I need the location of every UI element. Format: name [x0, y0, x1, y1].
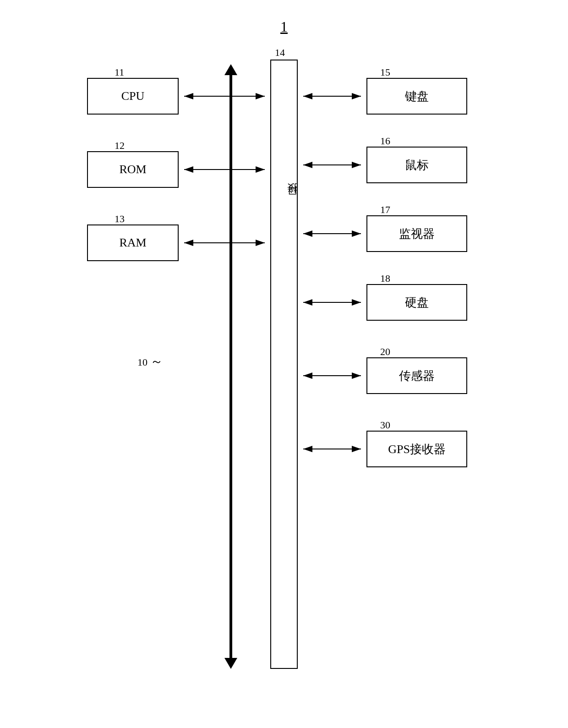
ref-11: 11 [115, 66, 124, 78]
diagram: 1 11 12 13 CPU ROM RAM 接口 14 15 16 17 18… [78, 18, 490, 706]
arrow-bus-mouse [298, 160, 366, 170]
bus-bar [270, 60, 298, 669]
ref-18: 18 [380, 273, 390, 285]
ref-20: 20 [380, 346, 390, 358]
mouse-box: 鼠标 [366, 147, 467, 183]
mouse-label: 鼠标 [405, 157, 429, 173]
cpu-box: CPU [87, 78, 179, 115]
arrow-bus-sensor [298, 371, 366, 380]
arrow-rom-bus [179, 165, 270, 174]
harddisk-box: 硬盘 [366, 284, 467, 321]
arrow-bus-harddisk [298, 298, 366, 307]
arrow-ram-bus [179, 238, 270, 247]
ref-14: 14 [275, 47, 285, 59]
harddisk-label: 硬盘 [405, 295, 429, 311]
monitor-label: 监视器 [399, 226, 435, 242]
cpu-label: CPU [121, 89, 145, 103]
sensor-box: 传感器 [366, 357, 467, 394]
arrow-up-head [224, 64, 237, 75]
gps-box: GPS接收器 [366, 431, 467, 467]
arrow-bus-keyboard [298, 92, 366, 101]
sensor-label: 传感器 [399, 368, 435, 384]
ram-box: RAM [87, 224, 179, 261]
arrow-down-head [224, 658, 237, 669]
vertical-arrow [224, 64, 237, 669]
diagram-title: 1 [280, 18, 288, 35]
ref-17: 17 [380, 204, 390, 216]
rom-label: ROM [119, 163, 146, 176]
v-line [229, 75, 232, 658]
ram-label: RAM [119, 236, 146, 250]
arrow-bus-monitor [298, 229, 366, 238]
ref-12: 12 [115, 140, 125, 152]
arrow-bus-gps [298, 444, 366, 454]
ref-10: 10 ～ [137, 353, 163, 370]
ref-13: 13 [115, 213, 125, 225]
gps-label: GPS接收器 [388, 441, 446, 457]
ref-30: 30 [380, 419, 390, 431]
monitor-box: 监视器 [366, 215, 467, 252]
arrow-cpu-bus [179, 92, 270, 101]
keyboard-label: 键盘 [405, 88, 429, 104]
keyboard-box: 键盘 [366, 78, 467, 115]
ref-16: 16 [380, 135, 390, 147]
ref-15: 15 [380, 66, 390, 78]
rom-box: ROM [87, 151, 179, 188]
